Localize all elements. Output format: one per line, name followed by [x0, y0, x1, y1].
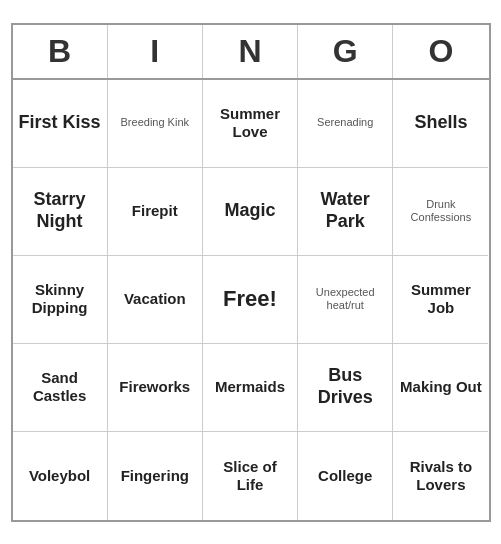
cell-text: Shells [414, 112, 467, 134]
bingo-cell[interactable]: Slice of Life [203, 432, 298, 520]
bingo-cell[interactable]: Sand Castles [13, 344, 108, 432]
cell-text: Free! [223, 286, 277, 312]
cell-text: Making Out [400, 378, 482, 396]
bingo-cell[interactable]: Drunk Confessions [393, 168, 488, 256]
cell-text: Unexpected heat/rut [304, 286, 386, 312]
cell-text: College [318, 467, 372, 485]
cell-text: Bus Drives [304, 365, 386, 408]
cell-text: First Kiss [19, 112, 101, 134]
bingo-cell[interactable]: Serenading [298, 80, 393, 168]
cell-text: Rivals to Lovers [399, 458, 482, 494]
bingo-cell[interactable]: Free! [203, 256, 298, 344]
bingo-cell[interactable]: Vacation [108, 256, 203, 344]
bingo-cell[interactable]: Fireworks [108, 344, 203, 432]
cell-text: Voleybol [29, 467, 90, 485]
bingo-cell[interactable]: Skinny Dipping [13, 256, 108, 344]
bingo-grid: First KissBreeding KinkSummer LoveSerena… [13, 80, 489, 520]
header-letter: B [13, 25, 108, 78]
bingo-cell[interactable]: Fingering [108, 432, 203, 520]
header-letter: O [393, 25, 488, 78]
bingo-card: BINGO First KissBreeding KinkSummer Love… [11, 23, 491, 522]
cell-text: Water Park [304, 189, 386, 232]
bingo-cell[interactable]: Bus Drives [298, 344, 393, 432]
cell-text: Summer Love [209, 105, 291, 141]
cell-text: Vacation [124, 290, 186, 308]
cell-text: Breeding Kink [121, 116, 190, 129]
cell-text: Summer Job [399, 281, 482, 317]
cell-text: Starry Night [19, 189, 101, 232]
cell-text: Serenading [317, 116, 373, 129]
cell-text: Magic [224, 200, 275, 222]
bingo-cell[interactable]: Breeding Kink [108, 80, 203, 168]
bingo-cell[interactable]: Shells [393, 80, 488, 168]
cell-text: Firepit [132, 202, 178, 220]
cell-text: Mermaids [215, 378, 285, 396]
bingo-cell[interactable]: Unexpected heat/rut [298, 256, 393, 344]
bingo-cell[interactable]: Voleybol [13, 432, 108, 520]
cell-text: Skinny Dipping [19, 281, 101, 317]
bingo-cell[interactable]: Rivals to Lovers [393, 432, 488, 520]
bingo-header: BINGO [13, 25, 489, 80]
cell-text: Slice of Life [209, 458, 291, 494]
cell-text: Drunk Confessions [399, 198, 482, 224]
bingo-cell[interactable]: Mermaids [203, 344, 298, 432]
cell-text: Sand Castles [19, 369, 101, 405]
header-letter: N [203, 25, 298, 78]
bingo-cell[interactable]: Starry Night [13, 168, 108, 256]
cell-text: Fireworks [119, 378, 190, 396]
bingo-cell[interactable]: Firepit [108, 168, 203, 256]
bingo-cell[interactable]: Summer Love [203, 80, 298, 168]
bingo-cell[interactable]: College [298, 432, 393, 520]
bingo-cell[interactable]: Water Park [298, 168, 393, 256]
cell-text: Fingering [121, 467, 189, 485]
header-letter: I [108, 25, 203, 78]
bingo-cell[interactable]: Making Out [393, 344, 488, 432]
header-letter: G [298, 25, 393, 78]
bingo-cell[interactable]: Magic [203, 168, 298, 256]
bingo-cell[interactable]: Summer Job [393, 256, 488, 344]
bingo-cell[interactable]: First Kiss [13, 80, 108, 168]
